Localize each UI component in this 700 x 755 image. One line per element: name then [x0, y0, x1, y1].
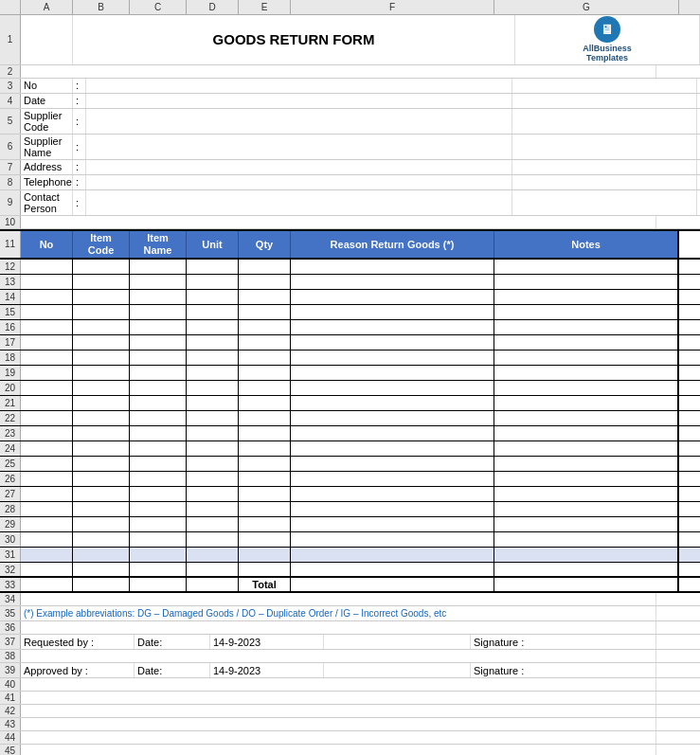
cell-addr-colon: : [73, 160, 86, 174]
req-signature-label: Signature : [474, 637, 524, 648]
td-14f [291, 290, 494, 304]
td-notes-12 [494, 260, 679, 274]
col-header-e: E [239, 0, 291, 14]
cell-tel-colon: : [73, 175, 86, 189]
rownum-8: 8 [0, 175, 21, 189]
appr-signature-label: Signature : [474, 665, 524, 676]
cell-address-label: Address [21, 160, 73, 174]
rownum-2: 2 [0, 65, 21, 78]
row-35: 35 (*) Example abbreviations: DG – Damag… [0, 606, 700, 621]
td-14c [130, 290, 187, 304]
row-26: 26 [0, 472, 700, 487]
req-date-label: Date: [137, 637, 162, 648]
rownum-19: 19 [0, 366, 21, 380]
cell-cp-colon: : [73, 190, 86, 215]
td-code-12 [73, 260, 130, 274]
row-14: 14 [0, 290, 700, 305]
cell-g9 [512, 190, 697, 215]
row-11: 11 No ItemCode ItemName Unit Qty Reason … [0, 229, 700, 260]
rownum-12: 12 [0, 260, 21, 274]
th-item-code-label: ItemCode [88, 232, 115, 257]
row-39: 39 Approved by : Date: 14-9-2023 Signatu… [0, 663, 700, 678]
row-5: 5 Supplier Code : [0, 109, 700, 135]
total-label: Total [252, 579, 276, 590]
th-item-code: ItemCode [73, 231, 130, 258]
th-qty: Qty [239, 231, 291, 258]
cell-sc-colon: : [73, 109, 86, 134]
total-label-cell: Total [239, 578, 291, 591]
row-2: 2 [0, 65, 700, 79]
rownum-3: 3 [0, 79, 21, 93]
th-unit-label: Unit [202, 239, 222, 250]
requested-by-label: Requested by : [21, 635, 135, 649]
cell-tel-value [86, 175, 512, 189]
row-6: 6 Supplier Name : [0, 135, 700, 160]
cell-title: GOODS RETURN FORM [73, 15, 515, 64]
rownum-1: 1 [0, 15, 21, 64]
row-21: 21 [0, 396, 700, 411]
td-unit-12 [187, 260, 239, 274]
cell-g1: 🖥 AllBusiness Templates [515, 15, 700, 64]
td-14g [494, 290, 679, 304]
col-header-b: B [73, 0, 130, 14]
row-31: 31 [0, 548, 700, 563]
rownum-24: 24 [0, 441, 21, 456]
column-headers: A B C D E F G [0, 0, 700, 15]
rownum-25: 25 [0, 457, 21, 471]
row-38: 38 [0, 650, 700, 663]
th-item-name-label: ItemName [144, 232, 172, 257]
td-no-13 [21, 275, 73, 289]
row-37: 37 Requested by : Date: 14-9-2023 Signat… [0, 635, 700, 650]
row-27: 27 [0, 487, 700, 502]
row-25: 25 [0, 457, 700, 472]
row-3: 3 No : [0, 79, 700, 94]
note-cell: (*) Example abbreviations: DG – Damaged … [21, 606, 656, 620]
cell-g7 [512, 160, 697, 174]
td-14d [187, 290, 239, 304]
rownum-6: 6 [0, 135, 21, 159]
cell-date-colon: : [73, 94, 86, 108]
cell-contact-label: Contact Person [21, 190, 73, 215]
rownum-21: 21 [0, 396, 21, 410]
th-no: No [21, 231, 73, 258]
row-20: 20 [0, 381, 700, 396]
row-4: 4 Date : [0, 94, 700, 109]
th-item-name: ItemName [130, 231, 187, 258]
row-43: 43 [0, 718, 700, 731]
row-24: 24 [0, 441, 700, 457]
cell-sn-colon: : [73, 135, 86, 159]
td-qty-13 [239, 275, 291, 289]
td-name-13 [130, 275, 187, 289]
rownum-4: 4 [0, 94, 21, 108]
rownum-17: 17 [0, 335, 21, 350]
rownum-20: 20 [0, 381, 21, 395]
cell-a1 [21, 15, 73, 64]
cell-cp-value [86, 190, 512, 215]
rownum-16: 16 [0, 320, 21, 334]
rownum-10: 10 [0, 216, 21, 228]
spreadsheet: A B C D E F G 1 GOODS RETURN FORM 🖥 AllB… [0, 0, 700, 755]
table-data-rows: 12 13 14 [0, 260, 700, 593]
rownum-28: 28 [0, 502, 21, 516]
row-36: 36 [0, 621, 700, 635]
th-reason: Reason Return Goods (*) [291, 231, 494, 258]
corner-cell [0, 0, 21, 14]
cell-date-label: Date [21, 94, 73, 108]
row-13: 13 [0, 275, 700, 290]
row-9: 9 Contact Person : [0, 190, 700, 216]
th-reason-label: Reason Return Goods (*) [331, 239, 455, 250]
row-41: 41 [0, 692, 700, 705]
logo: 🖥 AllBusiness Templates [583, 16, 632, 63]
cell-g3 [512, 79, 697, 93]
td-14e [239, 290, 291, 304]
th-no-label: No [40, 239, 54, 250]
td-code-13 [73, 275, 130, 289]
col-header-a: A [21, 0, 73, 14]
row-34: 34 [0, 593, 700, 606]
rownum-9: 9 [0, 190, 21, 215]
cell-sn-value [86, 135, 512, 159]
rownum-33: 33 [0, 578, 21, 591]
logo-line2: Templates [586, 54, 628, 63]
rownum-37: 37 [0, 635, 21, 649]
rownum-14: 14 [0, 290, 21, 304]
